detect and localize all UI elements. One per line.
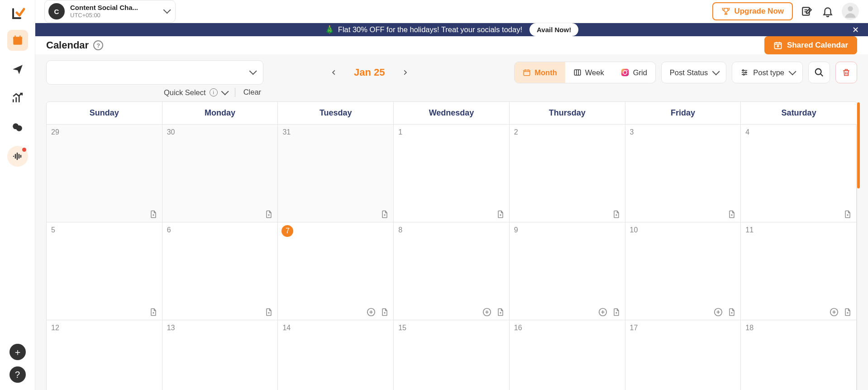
day-number: 11 bbox=[745, 226, 754, 234]
sidebar-item-inbox[interactable] bbox=[7, 117, 28, 138]
calendar-cell[interactable]: 8 bbox=[394, 222, 510, 320]
clear-button[interactable]: Clear bbox=[243, 88, 261, 97]
add-post-button[interactable] bbox=[482, 307, 492, 317]
new-file-button[interactable] bbox=[843, 209, 853, 219]
svg-rect-3 bbox=[19, 35, 20, 38]
calendar-cell[interactable]: 10 bbox=[625, 222, 741, 320]
new-file-button[interactable] bbox=[148, 209, 158, 219]
day-number: 5 bbox=[51, 226, 55, 234]
banner-cta-button[interactable]: Avail Now! bbox=[529, 23, 578, 36]
new-file-button[interactable] bbox=[380, 209, 390, 219]
calendar-cell[interactable]: 1 bbox=[394, 125, 510, 222]
svg-rect-9 bbox=[524, 70, 530, 76]
sidebar-item-listening[interactable] bbox=[7, 146, 28, 167]
calendar-cell[interactable]: 3 bbox=[625, 125, 741, 222]
calendar-cell[interactable]: 5 bbox=[47, 222, 162, 320]
filter-select[interactable] bbox=[46, 60, 263, 85]
day-number: 2 bbox=[514, 128, 518, 136]
calendar-cell[interactable]: 2 bbox=[510, 125, 625, 222]
page-header: Calendar ? Shared Calendar bbox=[35, 36, 868, 54]
quick-select-button[interactable]: Quick Select i bbox=[164, 88, 227, 97]
new-file-button[interactable] bbox=[496, 209, 506, 219]
calendar-cell[interactable]: 7 bbox=[278, 222, 394, 320]
new-file-button[interactable] bbox=[148, 307, 158, 317]
shared-calendar-button[interactable]: Shared Calendar bbox=[764, 36, 857, 54]
calendar-cell[interactable]: 30 bbox=[162, 125, 278, 222]
file-plus-icon bbox=[149, 210, 158, 219]
file-plus-icon bbox=[727, 308, 736, 317]
banner-text: Flat 30% OFF for the holidays! Treat you… bbox=[338, 25, 522, 34]
post-status-filter[interactable]: Post Status bbox=[661, 62, 726, 83]
calendar-cell[interactable]: 17 bbox=[625, 320, 741, 390]
app-logo[interactable] bbox=[10, 5, 26, 22]
delete-button[interactable] bbox=[835, 62, 857, 83]
compose-button[interactable] bbox=[800, 5, 814, 18]
new-file-button[interactable] bbox=[611, 307, 621, 317]
calendar-day-header: Tuesday bbox=[278, 102, 394, 125]
calendar-icon bbox=[12, 34, 24, 46]
calendar-cell[interactable]: 9 bbox=[510, 222, 625, 320]
svg-rect-10 bbox=[574, 70, 581, 75]
promo-banner: 🎄 Flat 30% OFF for the holidays! Treat y… bbox=[35, 23, 868, 36]
user-avatar[interactable] bbox=[842, 3, 859, 20]
svg-rect-11 bbox=[621, 69, 629, 77]
calendar-cell[interactable]: 11 bbox=[741, 222, 857, 320]
file-plus-icon bbox=[264, 308, 273, 317]
calendar-cell[interactable]: 12 bbox=[47, 320, 162, 390]
help-circle-icon[interactable]: ? bbox=[93, 40, 103, 50]
sliders-icon bbox=[740, 68, 749, 77]
calendar-cell[interactable]: 16 bbox=[510, 320, 625, 390]
calendar-cell[interactable]: 14 bbox=[278, 320, 394, 390]
topbar: C Content Social Cha... UTC+05:00 Upgrad… bbox=[35, 0, 868, 23]
add-post-button[interactable] bbox=[829, 307, 839, 317]
view-grid-button[interactable]: Grid bbox=[612, 62, 655, 83]
calendar-cell[interactable]: 15 bbox=[394, 320, 510, 390]
calendar-cell[interactable]: 31 bbox=[278, 125, 394, 222]
view-month-button[interactable]: Month bbox=[515, 62, 565, 83]
post-type-filter[interactable]: Post type bbox=[732, 62, 803, 83]
calendar-cell[interactable]: 29 bbox=[47, 125, 162, 222]
workspace-name: Content Social Cha... bbox=[70, 4, 138, 12]
sidebar-item-calendar[interactable] bbox=[7, 30, 28, 51]
search-icon bbox=[814, 67, 824, 77]
day-number: 13 bbox=[167, 324, 175, 332]
file-plus-icon bbox=[496, 308, 505, 317]
add-post-button[interactable] bbox=[366, 307, 376, 317]
day-number: 1 bbox=[398, 128, 402, 136]
chevron-down-icon bbox=[789, 68, 794, 77]
svg-point-17 bbox=[816, 69, 821, 75]
new-file-button[interactable] bbox=[727, 209, 737, 219]
scrollbar-indicator[interactable] bbox=[857, 102, 860, 188]
add-post-button[interactable] bbox=[713, 307, 723, 317]
calendar-cell[interactable]: 13 bbox=[162, 320, 278, 390]
new-file-button[interactable] bbox=[380, 307, 390, 317]
calendar-cell[interactable]: 4 bbox=[741, 125, 857, 222]
sidebar-item-analytics[interactable] bbox=[7, 88, 28, 109]
svg-point-5 bbox=[16, 125, 22, 131]
calendar-day-header: Friday bbox=[625, 102, 741, 125]
prev-month-button[interactable] bbox=[328, 66, 340, 79]
upgrade-button[interactable]: Upgrade Now bbox=[712, 2, 793, 20]
add-post-button[interactable] bbox=[598, 307, 608, 317]
trophy-icon bbox=[721, 7, 730, 16]
new-file-button[interactable] bbox=[496, 307, 506, 317]
search-button[interactable] bbox=[808, 62, 830, 83]
add-button[interactable]: ＋ bbox=[10, 344, 26, 360]
new-file-button[interactable] bbox=[264, 209, 274, 219]
help-button[interactable]: ? bbox=[10, 366, 26, 383]
workspace-selector[interactable]: C Content Social Cha... UTC+05:00 bbox=[44, 0, 176, 23]
sidebar-item-publish[interactable] bbox=[7, 59, 28, 80]
file-plus-icon bbox=[264, 210, 273, 219]
calendar-month-icon bbox=[523, 68, 531, 77]
calendar-cell[interactable]: 6 bbox=[162, 222, 278, 320]
new-file-button[interactable] bbox=[264, 307, 274, 317]
new-file-button[interactable] bbox=[843, 307, 853, 317]
new-file-button[interactable] bbox=[727, 307, 737, 317]
view-week-button[interactable]: Week bbox=[565, 62, 612, 83]
calendar-cell[interactable]: 18 bbox=[741, 320, 857, 390]
next-month-button[interactable] bbox=[399, 66, 411, 79]
new-file-button[interactable] bbox=[611, 209, 621, 219]
banner-close-button[interactable]: ✕ bbox=[852, 25, 859, 35]
chart-up-icon bbox=[12, 92, 24, 104]
notifications-button[interactable] bbox=[821, 5, 835, 18]
